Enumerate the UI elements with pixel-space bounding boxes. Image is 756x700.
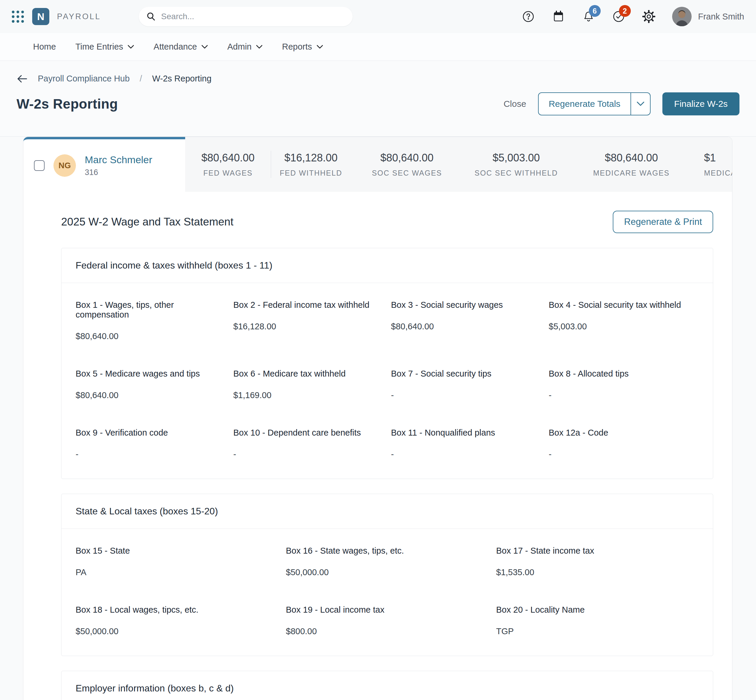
nav-item-home[interactable]: Home — [33, 42, 56, 52]
field-box4: Box 4 - Social security tax withheld $5,… — [549, 300, 699, 341]
finalize-w2s-button[interactable]: Finalize W-2s — [662, 92, 739, 116]
field-box16: Box 16 - State wages, tips, etc. $50,000… — [286, 546, 488, 577]
employee-name-link[interactable]: Marc Schmeler — [85, 154, 152, 166]
summary-soc-sec-wages: $80,640.00 SOC SEC WAGES — [351, 152, 463, 177]
summary-medicare-wages: $80,640.00 MEDICARE WAGES — [569, 152, 693, 177]
avatar — [672, 7, 692, 26]
approvals-badge: 2 — [619, 5, 631, 17]
section-state-local: State & Local taxes (boxes 15-20) Box 15… — [61, 494, 713, 656]
breadcrumb-link-payroll-compliance-hub[interactable]: Payroll Compliance Hub — [38, 74, 130, 83]
user-name: Frank Smith — [698, 12, 744, 22]
calendar-button[interactable] — [552, 10, 565, 23]
field-box17: Box 17 - State income tax $1,535.00 — [496, 546, 699, 577]
field-box9: Box 9 - Verification code - — [76, 428, 225, 459]
regenerate-print-button[interactable]: Regenerate & Print — [613, 211, 713, 233]
app-grid-icon[interactable] — [12, 11, 24, 23]
breadcrumb-separator: / — [140, 74, 142, 83]
field-box12a: Box 12a - Code - — [549, 428, 699, 459]
user-menu[interactable]: Frank Smith — [672, 7, 744, 26]
calendar-icon — [552, 10, 565, 23]
app-name: PAYROLL — [57, 12, 101, 21]
chevron-down-icon — [637, 102, 644, 106]
main-nav: Home Time Entries Attendance Admin Repor… — [0, 33, 756, 61]
wage-summary-strip: $80,640.00 FED WAGES $16,128.00 FED WITH… — [185, 137, 732, 192]
section-heading: State & Local taxes (boxes 15-20) — [61, 494, 713, 529]
field-box19: Box 19 - Local income tax $800.00 — [286, 605, 488, 636]
nav-item-time-entries[interactable]: Time Entries — [75, 42, 134, 52]
app-logo[interactable]: N — [32, 8, 49, 25]
field-box15: Box 15 - State PA — [76, 546, 278, 577]
close-button[interactable]: Close — [504, 99, 526, 109]
field-box11: Box 11 - Nonqualified plans - — [391, 428, 541, 459]
top-bar: N PAYROLL — [0, 0, 756, 33]
summary-medicare-withheld-truncated: $1 MEDICA — [704, 152, 732, 177]
breadcrumb-current: W-2s Reporting — [152, 74, 211, 83]
content-area: NG Marc Schmeler 316 $80,640.00 FED WAGE… — [0, 137, 756, 700]
regenerate-totals-split-button[interactable]: Regenerate Totals — [538, 92, 651, 116]
section-heading: Employer information (boxes b, c & d) — [61, 671, 713, 700]
help-button[interactable] — [521, 10, 535, 23]
summary-soc-sec-withheld: $5,003.00 SOC SEC WITHHELD — [463, 152, 569, 177]
field-box7: Box 7 - Social security tips - — [391, 369, 541, 400]
notification-badge: 6 — [589, 5, 601, 17]
nav-item-reports[interactable]: Reports — [282, 42, 323, 52]
chevron-down-icon — [256, 45, 263, 49]
statement-title: 2025 W-2 Wage and Tax Statement — [61, 216, 233, 228]
regenerate-totals-button[interactable]: Regenerate Totals — [538, 93, 631, 115]
field-box8: Box 8 - Allocated tips - — [549, 369, 699, 400]
nav-item-admin[interactable]: Admin — [227, 42, 263, 52]
regenerate-totals-dropdown[interactable] — [631, 93, 650, 115]
field-box1: Box 1 - Wages, tips, other compensation … — [76, 300, 225, 341]
chevron-down-icon — [128, 45, 134, 49]
field-box3: Box 3 - Social security wages $80,640.00 — [391, 300, 541, 341]
field-box5: Box 5 - Medicare wages and tips $80,640.… — [76, 369, 225, 400]
gear-icon — [642, 10, 655, 23]
field-box20: Box 20 - Locality Name TGP — [496, 605, 699, 636]
breadcrumb: Payroll Compliance Hub / W-2s Reporting — [17, 74, 739, 83]
field-box2: Box 2 - Federal income tax withheld $16,… — [233, 300, 383, 341]
employee-tab-row: NG Marc Schmeler 316 $80,640.00 FED WAGE… — [23, 137, 732, 192]
search-bar[interactable] — [139, 7, 352, 26]
w2-card: NG Marc Schmeler 316 $80,640.00 FED WAGE… — [23, 137, 733, 700]
summary-fed-withheld: $16,128.00 FED WITHHELD — [271, 152, 351, 177]
page-title: W-2s Reporting — [17, 96, 118, 112]
employee-id: 316 — [85, 168, 152, 177]
section-employer: Employer information (boxes b, c & d) b … — [61, 671, 713, 700]
employee-tab-marc-schmeler[interactable]: NG Marc Schmeler 316 — [23, 137, 185, 192]
section-heading: Federal income & taxes withheld (boxes 1… — [61, 248, 713, 283]
summary-fed-wages: $80,640.00 FED WAGES — [185, 152, 271, 177]
search-icon — [147, 12, 156, 21]
help-icon — [522, 10, 535, 23]
field-box6: Box 6 - Medicare tax withheld $1,169.00 — [233, 369, 383, 400]
employee-initials-avatar: NG — [53, 154, 76, 177]
field-box18: Box 18 - Local wages, tipcs, etc. $50,00… — [76, 605, 278, 636]
search-input[interactable] — [161, 12, 345, 21]
approvals-button[interactable]: 2 — [612, 10, 626, 23]
back-arrow-icon[interactable] — [17, 74, 28, 83]
section-federal: Federal income & taxes withheld (boxes 1… — [61, 248, 713, 479]
chevron-down-icon — [201, 45, 208, 49]
notifications-button[interactable]: 6 — [582, 10, 595, 23]
w2-statement: 2025 W-2 Wage and Tax Statement Regenera… — [23, 211, 732, 700]
nav-item-attendance[interactable]: Attendance — [153, 42, 208, 52]
settings-button[interactable] — [642, 10, 656, 23]
field-box10: Box 10 - Dependent care benefits - — [233, 428, 383, 459]
employee-checkbox[interactable] — [34, 160, 45, 171]
chevron-down-icon — [316, 45, 323, 49]
page-header: Payroll Compliance Hub / W-2s Reporting … — [0, 61, 756, 137]
